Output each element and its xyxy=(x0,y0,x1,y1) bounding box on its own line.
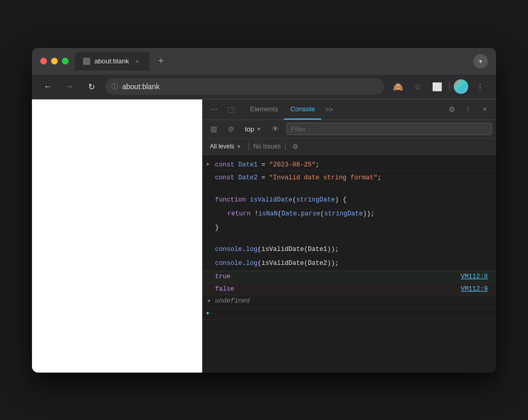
keyword-const2: const xyxy=(215,174,238,181)
url-display: about:blank xyxy=(122,82,159,91)
punct-dot2: . xyxy=(242,246,246,253)
forward-button[interactable]: → xyxy=(62,79,77,94)
tab-bar: about:blank × + xyxy=(75,52,467,71)
punct-paren6: (isValidDate(Date1)); xyxy=(258,246,339,253)
level-dropdown-icon: ▼ xyxy=(236,144,241,149)
devtools-settings-icon[interactable]: ⚙ xyxy=(444,102,459,116)
fn-date: Date xyxy=(282,210,297,217)
tab-dropdown-button[interactable]: ▾ xyxy=(473,54,488,69)
active-tab[interactable]: about:blank × xyxy=(75,52,150,71)
punct-paren4: ( xyxy=(320,210,324,217)
devtools-header-actions: ⚙ ⋮ × xyxy=(444,102,492,116)
code-fn2: return !isNaN(Date.parse(stringDate)); xyxy=(203,207,496,221)
new-tab-button[interactable]: + xyxy=(154,54,168,69)
devtools-more-tabs[interactable]: >> xyxy=(321,104,337,115)
sidebar-toggle-icon[interactable]: ▥ xyxy=(207,122,220,136)
punct-not: ! xyxy=(255,210,259,217)
fn-name: isValidDate xyxy=(250,196,293,204)
nav-bar: ← → ↻ ⓘ about:blank 🙈 ☆ ⬜ ⋮ xyxy=(32,75,496,99)
context-label: top xyxy=(245,125,254,133)
punct-paren7: (isValidDate(Date2)); xyxy=(258,260,339,267)
title-bar: about:blank × + ▾ xyxy=(32,48,496,75)
punct-paren2: ) { xyxy=(335,196,347,204)
devtools-panel: ⋯ ⬚ Elements Console >> ⚙ ⋮ × xyxy=(202,99,496,373)
issues-settings-icon[interactable]: ⚙ xyxy=(290,141,301,152)
no-issues-label: No Issues xyxy=(253,143,280,150)
console-filter-input[interactable] xyxy=(286,123,492,135)
output-true-row: true VM112:8 xyxy=(203,271,496,283)
traffic-lights xyxy=(40,58,69,64)
keyword-function: function xyxy=(215,196,250,204)
code-fn3: } xyxy=(203,221,496,235)
extension-icon[interactable]: ⬜ xyxy=(430,79,445,94)
bookmark-icon[interactable]: ☆ xyxy=(410,79,425,94)
level-label: All levels xyxy=(210,143,234,150)
divider xyxy=(449,81,450,92)
devtools-toolbar2: All levels ▼ No Issues ⚙ xyxy=(203,139,496,155)
maximize-button[interactable] xyxy=(62,58,69,64)
code-fn1: function isValidDate(stringDate) { xyxy=(203,193,496,207)
tab-console[interactable]: Console xyxy=(284,99,321,120)
menu-button[interactable]: ⋮ xyxy=(472,79,488,94)
toolbar-divider2 xyxy=(285,142,286,150)
punct-semi1: ; xyxy=(316,161,320,169)
output-true-value: true xyxy=(215,272,230,282)
cursor-tool-icon[interactable]: ⋯ xyxy=(207,102,221,116)
output-undefined-row: undefined xyxy=(203,295,496,308)
profile-button[interactable] xyxy=(454,79,468,94)
punct-brace: } xyxy=(215,224,219,231)
devtools-header: ⋯ ⬚ Elements Console >> ⚙ ⋮ × xyxy=(203,99,496,120)
str-date2: "Invalid date string format" xyxy=(269,174,377,181)
clear-console-icon[interactable]: ⊘ xyxy=(224,122,238,136)
tab-label: about:blank xyxy=(94,57,129,65)
context-dropdown-icon: ▼ xyxy=(256,126,261,132)
tab-elements[interactable]: Elements xyxy=(244,99,284,120)
punct1: = xyxy=(258,161,270,169)
devtools-close-icon[interactable]: × xyxy=(477,102,492,116)
punct-paren5: )); xyxy=(363,210,375,217)
param-ref: stringDate xyxy=(324,210,363,217)
refresh-button[interactable]: ↻ xyxy=(84,79,99,94)
fn-log2: log xyxy=(246,260,258,267)
keyword-const1: const xyxy=(215,161,238,169)
fn-console1: console xyxy=(215,246,242,253)
console-prompt[interactable] xyxy=(203,308,496,320)
back-button[interactable]: ← xyxy=(40,79,56,94)
close-button[interactable] xyxy=(40,58,47,64)
address-bar[interactable]: ⓘ about:blank xyxy=(105,78,384,95)
output-false-value: false xyxy=(215,284,235,294)
blank-row-1 xyxy=(203,185,496,193)
output-true-source[interactable]: VM112:8 xyxy=(460,272,488,282)
minimize-button[interactable] xyxy=(51,58,58,64)
element-picker-icon[interactable]: ⬚ xyxy=(223,102,238,116)
console-code-entry[interactable]: const Date1 = "2023-08-25"; xyxy=(203,159,496,172)
nav-actions: 🙈 ☆ ⬜ ⋮ xyxy=(390,79,488,94)
info-icon: ⓘ xyxy=(111,82,118,91)
fn-parse: parse xyxy=(301,210,321,217)
fn-isnan: isNaN xyxy=(258,210,278,217)
output-false-source[interactable]: VM112:9 xyxy=(460,284,488,294)
keyword-return: return xyxy=(227,210,255,217)
devtools-more-icon[interactable]: ⋮ xyxy=(461,102,475,116)
privacy-icon[interactable]: 🙈 xyxy=(390,79,406,94)
punct-paren3: ( xyxy=(278,210,282,217)
punct-dot3: . xyxy=(242,260,246,267)
output-undefined-value: undefined xyxy=(215,297,250,305)
devtools-tabs: Elements Console >> xyxy=(244,99,442,120)
var-date2: Date2 xyxy=(238,174,258,181)
fn-console2: console xyxy=(215,260,242,267)
tab-close-button[interactable]: × xyxy=(133,57,141,65)
var-date1: Date1 xyxy=(238,161,258,169)
context-selector[interactable]: top ▼ xyxy=(242,124,265,134)
code-line2: const Date2 = "Invalid date string forma… xyxy=(203,171,496,185)
punct-semi2: ; xyxy=(377,174,382,181)
console-output: const Date1 = "2023-08-25"; const Date2 … xyxy=(203,155,496,373)
code-log1: console.log(isValidDate(Date1)); xyxy=(203,243,496,257)
main-content: ⋯ ⬚ Elements Console >> ⚙ ⋮ × xyxy=(32,99,496,373)
log-level-selector[interactable]: All levels ▼ xyxy=(207,142,244,151)
punct-dot1: . xyxy=(297,210,301,217)
devtools-tool-icons: ⋯ ⬚ xyxy=(207,102,242,116)
tab-favicon xyxy=(83,58,90,65)
eye-icon[interactable]: 👁 xyxy=(269,122,282,136)
punct2: = xyxy=(258,174,270,181)
